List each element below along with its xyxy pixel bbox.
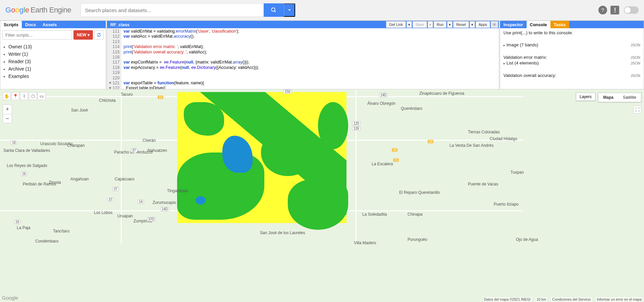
reset-dd[interactable]: ▾ (470, 21, 475, 28)
svg-point-0 (271, 8, 275, 11)
search-button[interactable] (264, 3, 284, 17)
app-header: Google Earth Engine ? ❕ (0, 0, 644, 20)
tab-console[interactable]: Console (527, 21, 550, 28)
save-dd[interactable]: ▾ (428, 21, 433, 28)
code-panel: RF_class Get Link ▾ Save ▾ Run ▾ Reset ▾… (107, 20, 499, 89)
zoom-in-button[interactable]: + (3, 104, 12, 114)
city-label: Los Reyes de Salgado (7, 163, 47, 168)
filter-scripts-input[interactable] (2, 30, 72, 40)
rect-tool[interactable]: ▭ (38, 92, 46, 100)
city-label: Zurumucapio (153, 200, 176, 205)
fullscreen-button[interactable]: ⛶ (633, 105, 641, 114)
city-label: Álvaro Obregón (367, 101, 395, 106)
city-label: Nahuatzen (148, 148, 167, 153)
line-tool[interactable]: ⌇ (20, 92, 28, 100)
code-editor[interactable]: 111 112 113 114 115 116 117 118 119 120▾… (107, 28, 499, 89)
zoom-out-button[interactable]: − (3, 114, 12, 123)
city-label: La Venta De San Andrés (449, 143, 493, 148)
city-label: Tuxpan (511, 170, 524, 175)
polygon-tool[interactable]: ⬠ (29, 92, 37, 100)
layers-control[interactable]: Layers (576, 93, 595, 101)
refresh-button[interactable] (94, 30, 104, 40)
run-button[interactable]: Run (434, 21, 446, 28)
left-panel: Scripts Docs Assets NEW▾ Owner (13)Write… (0, 20, 106, 89)
google-watermark: Google (2, 295, 18, 301)
city-label: San José (71, 108, 88, 113)
save-button[interactable]: Save (413, 21, 427, 28)
console-entry[interactable]: Validation error matrix: JSON (503, 54, 640, 60)
help-icon[interactable]: ? (598, 6, 607, 14)
city-label: Angahuan (70, 177, 89, 181)
tab-docs[interactable]: Docs (22, 21, 39, 28)
route-badge: 37 (107, 198, 114, 202)
city-label: Purunguéo (408, 237, 427, 242)
tab-tasks[interactable]: Tasks (550, 21, 569, 28)
tree-node[interactable]: Examples (4, 73, 102, 80)
city-label: Tancítaro (53, 229, 69, 233)
terms-link[interactable]: Condiciones del Servicio (551, 297, 592, 301)
route-badge: 37D (147, 217, 156, 221)
city-label: Santa Clara de Valladares (3, 148, 50, 153)
city-label: La Paja (17, 225, 31, 230)
apps-button[interactable]: Apps (476, 21, 490, 28)
script-tree: Owner (13)Writer (1)Reader (3)Archive (1… (0, 42, 106, 81)
maptype-map[interactable]: Mapa (598, 93, 618, 102)
city-label: Ojo de Agua (516, 237, 538, 242)
city-label: Zirosta (49, 180, 61, 185)
tree-node[interactable]: Archive (1) (4, 65, 102, 73)
maptype-satellite[interactable]: Satélite (618, 93, 641, 102)
route-badge: 14 (138, 200, 144, 204)
profile-toggle[interactable] (624, 6, 639, 14)
getlink-dd[interactable]: ▾ (407, 21, 412, 28)
tree-node[interactable]: Reader (3) (4, 58, 102, 65)
map-attribution: Datos del mapa ©2021 INEGI 10 km Condici… (483, 297, 643, 301)
console-body: Use print(...) to write to this console.… (500, 28, 644, 89)
city-label: Villa Madero (354, 241, 376, 245)
route-badge: 15 (392, 148, 397, 152)
tab-assets[interactable]: Assets (39, 21, 60, 28)
logo: Google Earth Engine (5, 6, 71, 14)
city-label: Chilchota (99, 98, 116, 103)
route-badge: 120 (352, 121, 361, 126)
city-label: Ciudad Hidalgo (490, 136, 517, 141)
route-badge: 150 (283, 89, 292, 94)
feedback-icon[interactable]: ❕ (610, 6, 619, 14)
city-label: San José de los Laureles (260, 230, 305, 235)
console-entry[interactable]: Image (7 bands)JSON (503, 42, 640, 48)
city-label: Queréndaro (401, 106, 422, 111)
search-input[interactable] (80, 3, 264, 17)
city-label: Condémbaro (35, 239, 58, 244)
city-label: Tierras Coloradas (468, 130, 500, 134)
console-entry[interactable]: List (4 elements)JSON (503, 60, 640, 66)
route-badge: 37 (131, 148, 137, 153)
tree-node[interactable]: Writer (1) (4, 50, 102, 58)
city-label: Charapan (67, 143, 85, 148)
city-label: El Reparo Queretanillo (399, 190, 440, 195)
settings-button[interactable] (491, 21, 498, 28)
city-label: Cherán (143, 138, 156, 143)
road (121, 89, 122, 244)
reset-button[interactable]: Reset (453, 21, 469, 28)
report-link[interactable]: Informar un error en el mapa (596, 297, 643, 301)
route-badge: 14D (160, 207, 169, 211)
svg-line-1 (274, 11, 276, 12)
zoom-controls: + − (3, 104, 12, 123)
chevron-down-icon (288, 8, 291, 12)
route-badge: 126 (352, 126, 361, 131)
run-dd[interactable]: ▾ (447, 21, 452, 28)
tree-node[interactable]: Owner (13) (4, 43, 102, 50)
right-panel: Inspector Console Tasks Use print(...) t… (500, 20, 644, 89)
map[interactable]: TacuroChilchotaSan JoséCheránUrascuto Si… (0, 89, 644, 302)
route-badge: 16 (11, 140, 17, 145)
tab-inspector[interactable]: Inspector (500, 21, 527, 28)
console-hint: Use print(...) to write to this console. (503, 30, 640, 35)
tab-scripts[interactable]: Scripts (0, 21, 22, 28)
svg-point-2 (494, 24, 495, 25)
search-dropdown[interactable] (284, 3, 295, 17)
new-button[interactable]: NEW▾ (73, 30, 93, 40)
search-box (80, 3, 295, 17)
getlink-button[interactable]: Get Link (386, 21, 406, 28)
pan-tool[interactable]: ✋ (3, 92, 11, 100)
console-entry[interactable]: Validation overall accuracy: JSON (503, 73, 640, 78)
point-tool[interactable]: 📍 (11, 92, 19, 100)
